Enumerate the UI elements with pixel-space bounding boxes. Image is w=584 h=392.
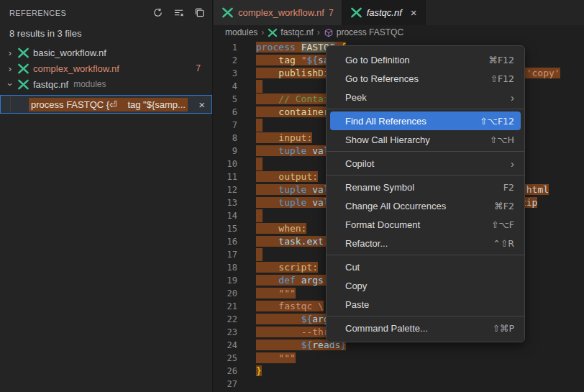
nextflow-icon	[17, 79, 29, 90]
menu-item-command-palette[interactable]: Command Palette...⇧⌘P	[330, 319, 521, 337]
code-line-content[interactable]: when:	[237, 222, 306, 235]
line-number: 11	[214, 170, 237, 183]
reference-result-item-selected[interactable]: process FASTQC {⏎ tag "${samp... ×	[0, 95, 212, 114]
reference-highlight: when:	[256, 223, 306, 234]
menu-item-cut[interactable]: Cut	[330, 257, 521, 276]
menu-item-label: Go to References	[345, 73, 419, 84]
line-number: 5	[214, 93, 237, 106]
code-line: 25 """	[214, 352, 584, 365]
results-tree: › basic_workflow.nf › complex_workflow.n…	[0, 45, 212, 114]
collapse-all-icon[interactable]	[192, 6, 206, 20]
breadcrumb-item-process-fastqc[interactable]: process FASTQC	[324, 27, 403, 37]
code-line-content[interactable]: fastqc \	[237, 300, 324, 313]
menu-item-label: Copy	[345, 281, 367, 291]
file-name: fastqc.nf	[33, 79, 68, 90]
breadcrumb-separator: ›	[261, 27, 264, 37]
menu-item-format-document[interactable]: Format Document⇧⌥F	[330, 215, 521, 234]
menu-item-rename-symbol[interactable]: Rename SymbolF2	[330, 178, 521, 196]
menu-item-copilot[interactable]: Copilot›	[330, 154, 521, 173]
results-summary: 8 results in 3 files	[0, 25, 212, 45]
line-number: 14	[214, 209, 237, 222]
code-line-content[interactable]	[237, 378, 256, 391]
menu-item-label: Go to Definition	[345, 55, 410, 65]
menu-item-label: Copilot	[345, 158, 374, 169]
code-line: 26}	[214, 365, 584, 378]
menu-item-go-to-definition[interactable]: Go to Definition⌘F12	[330, 50, 521, 69]
refresh-icon[interactable]	[150, 6, 165, 20]
menu-item-shortcut: ⇧⌥F12	[480, 116, 514, 127]
code-line-content[interactable]	[237, 80, 263, 93]
menu-item-label: Change All Occurrences	[345, 201, 446, 211]
line-number: 1	[214, 41, 237, 54]
file-row-basic-workflow[interactable]: › basic_workflow.nf	[0, 45, 212, 60]
menu-item-find-all-references[interactable]: Find All References⇧⌥F12	[330, 111, 521, 130]
menu-item-shortcut: ⇧F12	[490, 73, 514, 84]
reference-highlight-empty-line	[256, 248, 263, 261]
line-number: 8	[214, 132, 237, 145]
code-line-content[interactable]: """	[237, 287, 296, 300]
line-number: 12	[214, 183, 237, 196]
menu-item-refactor[interactable]: Refactor...⌃⇧R	[330, 234, 521, 252]
breadcrumb: modules › fastqc.nf › process FASTQC	[214, 25, 584, 40]
line-number: 22	[214, 313, 237, 326]
code-line-content[interactable]	[237, 119, 263, 132]
chevron-right-icon[interactable]: ›	[4, 47, 16, 58]
dismiss-result-icon[interactable]: ×	[192, 99, 211, 111]
chevron-down-icon[interactable]: ›	[5, 78, 16, 90]
menu-separator	[327, 151, 524, 152]
menu-item-label: Refactor...	[345, 238, 388, 249]
menu-item-show-call-hierarchy[interactable]: Show Call Hierarchy⇧⌥H	[330, 130, 521, 149]
close-tab-icon[interactable]: ×	[411, 6, 417, 19]
line-number: 27	[214, 378, 237, 391]
menu-item-label: Command Palette...	[345, 323, 428, 334]
reference-highlight: """	[256, 288, 296, 298]
context-menu: Go to Definition⌘F12Go to References⇧F12…	[326, 45, 525, 342]
breadcrumb-label: process FASTQC	[337, 27, 403, 37]
tab-fastqc[interactable]: fastqc.nf ×	[342, 0, 426, 25]
breadcrumb-item-fastqc[interactable]: fastqc.nf	[268, 27, 313, 37]
chevron-right-icon[interactable]: ›	[4, 63, 16, 74]
menu-item-shortcut: ⇧⌥H	[490, 135, 514, 145]
code-line-content[interactable]	[237, 248, 263, 261]
code-line-content[interactable]	[237, 158, 263, 170]
menu-item-go-to-references[interactable]: Go to References⇧F12	[330, 69, 521, 88]
line-number: 24	[214, 339, 237, 352]
line-number: 6	[214, 106, 237, 119]
panel-title: REFERENCES	[9, 9, 66, 17]
file-name: basic_workflow.nf	[33, 47, 106, 58]
reference-highlight: input:	[256, 132, 312, 143]
menu-item-label: Format Document	[345, 219, 420, 230]
file-row-complex-workflow[interactable]: › complex_workflow.nf 7	[0, 60, 212, 76]
symbol-cube-icon	[324, 28, 334, 37]
code-line-content[interactable]: input:	[237, 132, 312, 145]
tab-label: fastqc.nf	[367, 7, 402, 18]
menu-item-copy[interactable]: Copy	[330, 276, 521, 295]
menu-item-label: Cut	[345, 262, 360, 273]
tab-complex-workflow[interactable]: complex_workflow.nf 7	[214, 0, 342, 25]
line-number: 2	[214, 54, 237, 67]
menu-item-change-all-occurrences[interactable]: Change All Occurrences⌘F2	[330, 196, 521, 215]
line-number: 4	[214, 80, 237, 93]
references-panel-header: REFERENCES	[0, 0, 212, 25]
code-line-content[interactable]: """	[237, 352, 296, 365]
line-number: 13	[214, 196, 237, 209]
menu-separator	[327, 316, 524, 316]
reference-highlight: output:	[256, 171, 318, 182]
code-line-content[interactable]: }	[237, 365, 262, 378]
breadcrumb-item-modules[interactable]: modules	[225, 27, 257, 37]
code-line-content[interactable]: script:	[237, 261, 318, 274]
file-row-fastqc[interactable]: › fastqc.nf modules	[0, 76, 212, 92]
result-count-badge: 7	[196, 63, 206, 73]
menu-item-label: Peek	[345, 92, 367, 103]
nextflow-icon	[222, 7, 234, 18]
reference-highlight-empty-line	[256, 209, 263, 222]
menu-item-paste[interactable]: Paste	[330, 295, 521, 314]
menu-item-peek[interactable]: Peek›	[330, 88, 521, 106]
code-line-content[interactable]	[237, 209, 263, 222]
code-line-content[interactable]: output:	[237, 170, 318, 183]
line-number: 20	[214, 287, 237, 300]
clear-all-icon[interactable]	[171, 6, 186, 20]
reference-highlight-empty-line	[256, 119, 263, 132]
line-number: 25	[214, 352, 237, 365]
reference-highlight: }	[256, 365, 262, 376]
